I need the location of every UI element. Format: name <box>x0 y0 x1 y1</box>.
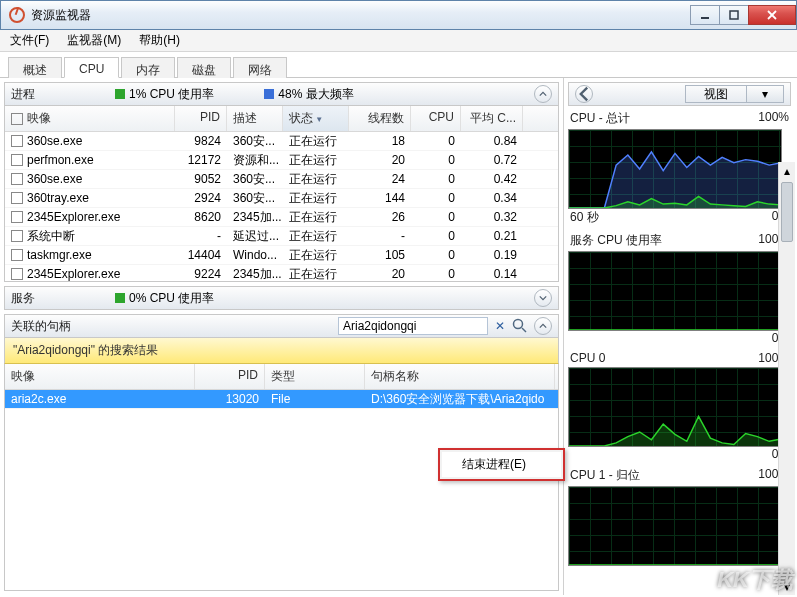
clear-search-icon[interactable]: ✕ <box>492 318 508 334</box>
col-threads[interactable]: 线程数 <box>349 106 411 131</box>
processes-thead: 映像 PID 描述 状态 线程数 CPU 平均 C... <box>5 106 558 132</box>
row-checkbox[interactable] <box>11 173 23 185</box>
graph-footer: 60 秒0% <box>568 209 791 226</box>
row-checkbox[interactable] <box>11 192 23 204</box>
table-row[interactable]: 2345Explorer.exe 8620 2345加... 正在运行 26 0… <box>5 208 558 227</box>
window-controls <box>691 5 796 25</box>
graph-title: CPU - 总计100% <box>568 110 791 129</box>
max-freq-metric: 48% 最大频率 <box>264 86 353 103</box>
tab-overview[interactable]: 概述 <box>8 57 62 78</box>
col-desc[interactable]: 描述 <box>227 106 283 131</box>
processes-table: 映像 PID 描述 状态 线程数 CPU 平均 C... 360se.exe 9… <box>4 106 559 282</box>
table-row[interactable]: 2345Explorer.exe 9224 2345加... 正在运行 20 0… <box>5 265 558 282</box>
minimize-button[interactable] <box>690 5 720 25</box>
graph-title: CPU 1 - 归位100% <box>568 467 791 486</box>
app-icon <box>9 7 25 23</box>
handles-header[interactable]: 关联的句柄 ✕ <box>4 314 559 338</box>
graph-box: CPU 1 - 归位100% <box>568 467 791 566</box>
tab-memory[interactable]: 内存 <box>121 57 175 78</box>
green-square-icon <box>115 89 125 99</box>
table-row[interactable]: 360se.exe 9824 360安... 正在运行 18 0 0.84 <box>5 132 558 151</box>
titlebar: 资源监视器 <box>0 0 797 30</box>
right-panel-header: 视图 ▾ <box>568 82 791 106</box>
view-dropdown[interactable]: 视图 ▾ <box>685 85 784 103</box>
row-checkbox[interactable] <box>11 268 23 280</box>
collapse-icon[interactable] <box>534 85 552 103</box>
expand-icon[interactable] <box>534 289 552 307</box>
maximize-button[interactable] <box>719 5 749 25</box>
green-square-icon <box>115 293 125 303</box>
scroll-up-icon[interactable]: ▴ <box>779 162 795 179</box>
menu-help[interactable]: 帮助(H) <box>135 30 184 51</box>
handles-search-box: ✕ <box>338 317 528 335</box>
menu-monitor[interactable]: 监视器(M) <box>63 30 125 51</box>
menubar: 文件(F) 监视器(M) 帮助(H) <box>0 30 797 52</box>
chevron-down-icon: ▾ <box>746 86 783 102</box>
processes-title: 进程 <box>11 86 35 103</box>
search-results-bar: "Aria2qidongqi" 的搜索结果 <box>4 338 559 364</box>
scroll-thumb[interactable] <box>781 182 793 242</box>
close-button[interactable] <box>748 5 796 25</box>
graph-box: CPU - 总计100% 60 秒0% <box>568 110 791 226</box>
col-image[interactable]: 映像 <box>5 106 175 131</box>
menu-file[interactable]: 文件(F) <box>6 30 53 51</box>
cpu-graph <box>568 251 782 331</box>
graph-box: CPU 0100% 0% <box>568 351 791 461</box>
context-menu-end-process[interactable]: 结束进程(E) <box>442 452 561 477</box>
table-row[interactable]: aria2c.exe 13020 File D:\360安全浏览器下载\Aria… <box>5 390 558 409</box>
cpu-graph <box>568 367 782 447</box>
cpu-graph <box>568 486 782 566</box>
collapse-right-icon[interactable] <box>575 85 593 103</box>
table-row[interactable]: 360tray.exe 2924 360安... 正在运行 144 0 0.34 <box>5 189 558 208</box>
table-row[interactable]: taskmgr.exe 14404 Windo... 正在运行 105 0 0.… <box>5 246 558 265</box>
services-title: 服务 <box>11 290 35 307</box>
svg-rect-1 <box>730 11 738 19</box>
blue-square-icon <box>264 89 274 99</box>
row-checkbox[interactable] <box>11 249 23 261</box>
services-header[interactable]: 服务 0% CPU 使用率 <box>4 286 559 310</box>
handles-thead: 映像 PID 类型 句柄名称 <box>5 364 558 390</box>
scroll-down-icon[interactable]: ▾ <box>779 578 795 595</box>
tab-cpu[interactable]: CPU <box>64 57 119 78</box>
tab-bar: 概述 CPU 内存 磁盘 网络 <box>0 52 797 78</box>
row-checkbox[interactable] <box>11 135 23 147</box>
hcol-image[interactable]: 映像 <box>5 364 195 389</box>
hcol-name[interactable]: 句柄名称 <box>365 364 555 389</box>
view-label: 视图 <box>686 86 746 103</box>
context-menu: 结束进程(E) <box>438 448 565 481</box>
graph-box: 服务 CPU 使用率100% 0% <box>568 232 791 345</box>
col-cpu[interactable]: CPU <box>411 106 461 131</box>
col-pid[interactable]: PID <box>175 106 227 131</box>
cpu-graph <box>568 129 782 209</box>
col-avg[interactable]: 平均 C... <box>461 106 523 131</box>
search-icon[interactable] <box>512 318 528 334</box>
graph-title: CPU 0100% <box>568 351 791 367</box>
processes-header[interactable]: 进程 1% CPU 使用率 48% 最大频率 <box>4 82 559 106</box>
tab-network[interactable]: 网络 <box>233 57 287 78</box>
table-row[interactable]: 360se.exe 9052 360安... 正在运行 24 0 0.42 <box>5 170 558 189</box>
graph-title: 服务 CPU 使用率100% <box>568 232 791 251</box>
window-title: 资源监视器 <box>31 7 91 24</box>
right-panel: 视图 ▾ CPU - 总计100% 60 秒0% 服务 CPU 使用率100% … <box>564 78 795 595</box>
row-checkbox[interactable] <box>11 154 23 166</box>
col-status[interactable]: 状态 <box>283 106 349 131</box>
hcol-pid[interactable]: PID <box>195 364 265 389</box>
row-checkbox[interactable] <box>11 211 23 223</box>
table-row[interactable]: 系统中断 - 延迟过... 正在运行 - 0 0.21 <box>5 227 558 246</box>
svg-line-5 <box>522 328 526 332</box>
scrollbar-vertical[interactable]: ▴ ▾ <box>778 162 795 595</box>
search-input[interactable] <box>338 317 488 335</box>
handles-title: 关联的句柄 <box>11 318 71 335</box>
cpu-usage-metric: 1% CPU 使用率 <box>115 86 214 103</box>
hcol-type[interactable]: 类型 <box>265 364 365 389</box>
row-checkbox[interactable] <box>11 230 23 242</box>
collapse-icon[interactable] <box>534 317 552 335</box>
left-panel: 进程 1% CPU 使用率 48% 最大频率 映像 PID 描述 状态 线程数 <box>0 78 564 595</box>
services-cpu-metric: 0% CPU 使用率 <box>115 290 214 307</box>
svg-point-4 <box>514 320 523 329</box>
table-row[interactable]: perfmon.exe 12172 资源和... 正在运行 20 0 0.72 <box>5 151 558 170</box>
tab-disk[interactable]: 磁盘 <box>177 57 231 78</box>
graph-footer: 0% <box>568 331 791 345</box>
select-all-checkbox[interactable] <box>11 113 23 125</box>
processes-section: 进程 1% CPU 使用率 48% 最大频率 映像 PID 描述 状态 线程数 <box>4 82 559 282</box>
